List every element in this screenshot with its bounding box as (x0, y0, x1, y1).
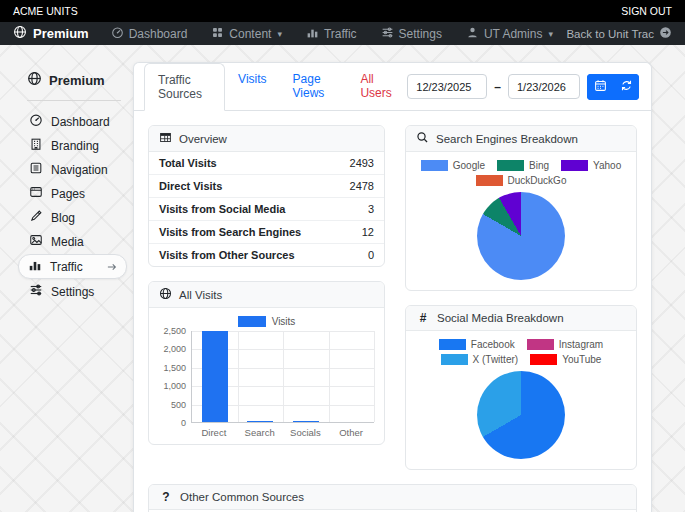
right-column: Search Engines Breakdown GoogleBingYahoo… (405, 125, 637, 470)
search-engines-card-header: Search Engines Breakdown (406, 126, 636, 152)
nav-item-ut-admins[interactable]: UT Admins▾ (466, 26, 553, 42)
end-date-input[interactable] (508, 74, 580, 99)
all-visits-card: All Visits Visits05001,0001,5002,0002,50… (148, 281, 385, 445)
nav-item-dashboard[interactable]: Dashboard (111, 26, 188, 42)
social-media-title: Social Media Breakdown (437, 312, 564, 324)
top-bar: ACME UNITS SIGN OUT (0, 0, 685, 22)
navbar-brand-label: Premium (33, 26, 89, 41)
calendar-icon (594, 79, 607, 95)
legend-label: Facebook (471, 339, 515, 350)
sidebar-item-dashboard[interactable]: Dashboard (27, 110, 119, 133)
building-icon (29, 137, 43, 154)
bar-socials (293, 421, 319, 422)
search-engines-pie (477, 192, 565, 280)
tab-visits[interactable]: Visits (225, 63, 279, 110)
bar-search (247, 421, 273, 422)
sidebar-item-media[interactable]: Media (27, 230, 119, 253)
legend-item-bing[interactable]: Bing (497, 160, 549, 171)
date-buttons (587, 74, 639, 100)
speedometer-icon (29, 113, 43, 130)
start-date-input[interactable] (407, 74, 487, 99)
navbar-brand[interactable]: Premium (13, 25, 89, 42)
globe-icon (13, 25, 27, 42)
y-tick-label: 2,500 (163, 326, 186, 336)
nav-item-content[interactable]: Content▾ (211, 26, 282, 42)
tab-page-views[interactable]: Page Views (280, 63, 348, 110)
x-tick-label: Socials (283, 423, 329, 438)
sidebar-item-blog[interactable]: Blog (27, 206, 119, 229)
sidebar-item-label: Blog (51, 211, 75, 225)
table-icon (159, 131, 172, 146)
nav-item-traffic[interactable]: Traffic (306, 26, 357, 42)
x-tick-label: Search (237, 423, 283, 438)
nav-item-label: UT Admins (484, 27, 542, 41)
legend-label: X (Twitter) (473, 354, 519, 365)
social-media-chart: FacebookInstagramX (Twitter)YouTube (406, 331, 636, 469)
sidebar-premium-header[interactable]: Premium (27, 68, 133, 94)
overview-row-value: 2493 (350, 157, 374, 169)
y-tick-label: 2,000 (163, 344, 186, 354)
tab-traffic-sources[interactable]: Traffic Sources (144, 63, 225, 111)
legend-label: Yahoo (593, 160, 621, 171)
overview-row: Visits from Other Sources0 (149, 244, 384, 266)
chevron-down-icon: ▾ (548, 29, 553, 39)
nav-item-label: Content (229, 27, 271, 41)
all-visits-bar-chart: Visits05001,0001,5002,0002,500DirectSear… (149, 308, 384, 444)
search-engines-card: Search Engines Breakdown GoogleBingYahoo… (405, 125, 637, 291)
other-sources-title: Other Common Sources (180, 491, 304, 503)
grid-icon (211, 26, 224, 42)
legend-item-x-twitter-[interactable]: X (Twitter) (441, 354, 519, 365)
legend-item-google[interactable]: Google (421, 160, 485, 171)
social-media-pie (477, 371, 565, 459)
overview-row-value: 3 (368, 203, 374, 215)
all-visits-title: All Visits (179, 289, 222, 301)
social-media-card: # Social Media Breakdown FacebookInstagr… (405, 305, 637, 470)
legend-item-youtube[interactable]: YouTube (530, 354, 601, 365)
bar-legend-item[interactable]: Visits (159, 316, 374, 327)
calendar-button[interactable] (587, 74, 613, 100)
nav-item-label: Dashboard (129, 27, 188, 41)
overview-row: Total Visits2493 (149, 152, 384, 175)
sidebar: Premium DashboardBrandingNavigationPages… (0, 62, 133, 512)
sidebar-item-branding[interactable]: Branding (27, 134, 119, 157)
panel-header: Traffic SourcesVisitsPage ViewsAll Users… (134, 63, 651, 111)
sidebar-item-navigation[interactable]: Navigation (27, 158, 119, 181)
legend-swatch (497, 160, 524, 171)
tab-all-users[interactable]: All Users (347, 63, 405, 110)
legend-label: Google (453, 160, 485, 171)
pen-icon (29, 209, 43, 226)
legend-swatch (421, 160, 448, 171)
sign-out-link[interactable]: SIGN OUT (621, 5, 672, 17)
overview-row-label: Direct Visits (159, 180, 222, 192)
other-sources-card-header: ? Other Common Sources (149, 485, 636, 510)
legend-item-facebook[interactable]: Facebook (439, 339, 515, 350)
overview-row-label: Visits from Search Engines (159, 226, 301, 238)
sidebar-item-traffic[interactable]: Traffic (18, 254, 127, 279)
sidebar-item-pages[interactable]: Pages (27, 182, 119, 205)
all-visits-card-header: All Visits (149, 282, 384, 308)
legend-swatch (441, 354, 468, 365)
legend-swatch (238, 316, 266, 327)
legend-item-yahoo[interactable]: Yahoo (561, 160, 621, 171)
legend-swatch (561, 160, 588, 171)
back-to-unit-trac-link[interactable]: Back to Unit Trac (566, 26, 672, 41)
search-engines-chart: GoogleBingYahooDuckDuckGo (406, 152, 636, 290)
sidebar-title: Premium (49, 73, 105, 88)
legend-label: DuckDuckGo (508, 175, 567, 186)
hash-icon: # (416, 311, 430, 325)
y-tick-label: 1,500 (163, 363, 186, 373)
refresh-button[interactable] (613, 74, 639, 100)
y-tick-label: 1,000 (163, 381, 186, 391)
x-tick-label: Direct (191, 423, 237, 438)
legend-item-instagram[interactable]: Instagram (527, 339, 603, 350)
sidebar-item-settings[interactable]: Settings (27, 280, 119, 303)
overview-row-value: 12 (362, 226, 374, 238)
date-range-controls: – (405, 69, 641, 105)
sliders-icon (29, 283, 43, 300)
nav-item-settings[interactable]: Settings (381, 26, 442, 42)
legend-item-duckduckgo[interactable]: DuckDuckGo (476, 175, 567, 186)
legend-label: Instagram (559, 339, 603, 350)
panel-body: Overview Total Visits2493Direct Visits24… (134, 111, 651, 512)
sidebar-item-label: Navigation (51, 163, 108, 177)
image-icon (29, 233, 43, 250)
